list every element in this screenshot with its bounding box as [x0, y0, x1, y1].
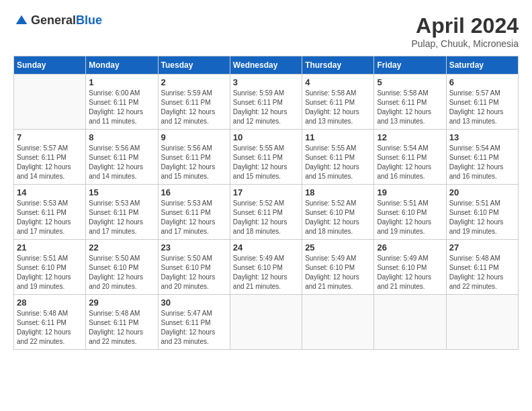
- calendar-cell: 20Sunrise: 5:51 AM Sunset: 6:10 PM Dayli…: [446, 185, 518, 240]
- day-info: Sunrise: 5:58 AM Sunset: 6:11 PM Dayligh…: [377, 89, 443, 126]
- day-info: Sunrise: 5:57 AM Sunset: 6:11 PM Dayligh…: [449, 89, 515, 126]
- day-number: 21: [17, 242, 83, 253]
- day-number: 8: [89, 132, 154, 142]
- calendar-cell: 12Sunrise: 5:54 AM Sunset: 6:11 PM Dayli…: [374, 130, 446, 185]
- day-info: Sunrise: 5:55 AM Sunset: 6:11 PM Dayligh…: [305, 144, 371, 181]
- weekday-header-tuesday: Tuesday: [158, 56, 230, 75]
- day-info: Sunrise: 5:51 AM Sunset: 6:10 PM Dayligh…: [449, 199, 515, 236]
- day-info: Sunrise: 5:53 AM Sunset: 6:11 PM Dayligh…: [89, 199, 154, 236]
- calendar-cell: 13Sunrise: 5:54 AM Sunset: 6:11 PM Dayli…: [446, 130, 518, 185]
- day-info: Sunrise: 5:51 AM Sunset: 6:10 PM Dayligh…: [17, 254, 83, 291]
- day-info: Sunrise: 5:49 AM Sunset: 6:10 PM Dayligh…: [233, 254, 299, 291]
- calendar-cell: [14, 75, 86, 130]
- day-number: 24: [233, 242, 299, 253]
- calendar-cell: [302, 295, 374, 350]
- day-number: 2: [161, 77, 227, 87]
- calendar-cell: 21Sunrise: 5:51 AM Sunset: 6:10 PM Dayli…: [14, 240, 86, 295]
- day-info: Sunrise: 5:47 AM Sunset: 6:11 PM Dayligh…: [161, 309, 227, 347]
- calendar-cell: 11Sunrise: 5:55 AM Sunset: 6:11 PM Dayli…: [302, 130, 374, 185]
- logo-text: GeneralBlue: [31, 13, 102, 28]
- day-info: Sunrise: 5:52 AM Sunset: 6:11 PM Dayligh…: [233, 199, 299, 236]
- day-info: Sunrise: 5:55 AM Sunset: 6:11 PM Dayligh…: [233, 144, 299, 181]
- day-info: Sunrise: 5:59 AM Sunset: 6:11 PM Dayligh…: [161, 89, 227, 126]
- calendar-cell: 16Sunrise: 5:53 AM Sunset: 6:11 PM Dayli…: [158, 185, 230, 240]
- day-number: 10: [233, 132, 299, 142]
- weekday-header-row: SundayMondayTuesdayWednesdayThursdayFrid…: [14, 56, 519, 75]
- weekday-header-wednesday: Wednesday: [230, 56, 302, 75]
- day-info: Sunrise: 5:58 AM Sunset: 6:11 PM Dayligh…: [305, 89, 371, 126]
- day-info: Sunrise: 5:48 AM Sunset: 6:11 PM Dayligh…: [17, 309, 83, 347]
- calendar-cell: 10Sunrise: 5:55 AM Sunset: 6:11 PM Dayli…: [230, 130, 302, 185]
- day-info: Sunrise: 5:50 AM Sunset: 6:10 PM Dayligh…: [161, 254, 227, 291]
- day-number: 17: [233, 187, 299, 197]
- day-info: Sunrise: 5:56 AM Sunset: 6:11 PM Dayligh…: [89, 144, 154, 181]
- day-number: 11: [305, 132, 371, 142]
- day-number: 4: [305, 77, 371, 87]
- calendar-cell: 1Sunrise: 6:00 AM Sunset: 6:11 PM Daylig…: [86, 75, 158, 130]
- day-number: 30: [161, 298, 227, 308]
- calendar-cell: 28Sunrise: 5:48 AM Sunset: 6:11 PM Dayli…: [14, 295, 86, 350]
- day-number: 26: [377, 242, 443, 253]
- weekday-header-sunday: Sunday: [14, 56, 86, 75]
- day-number: 13: [449, 132, 515, 142]
- calendar-cell: 22Sunrise: 5:50 AM Sunset: 6:10 PM Dayli…: [86, 240, 158, 295]
- calendar-week-0: 1Sunrise: 6:00 AM Sunset: 6:11 PM Daylig…: [14, 75, 519, 130]
- weekday-header-thursday: Thursday: [302, 56, 374, 75]
- calendar-cell: [374, 295, 446, 350]
- day-info: Sunrise: 5:54 AM Sunset: 6:11 PM Dayligh…: [377, 144, 443, 181]
- calendar-cell: 24Sunrise: 5:49 AM Sunset: 6:10 PM Dayli…: [230, 240, 302, 295]
- calendar-cell: 9Sunrise: 5:56 AM Sunset: 6:11 PM Daylig…: [158, 130, 230, 185]
- calendar-cell: 6Sunrise: 5:57 AM Sunset: 6:11 PM Daylig…: [446, 75, 518, 130]
- calendar-cell: 29Sunrise: 5:48 AM Sunset: 6:11 PM Dayli…: [86, 295, 158, 350]
- calendar-cell: 14Sunrise: 5:53 AM Sunset: 6:11 PM Dayli…: [14, 185, 86, 240]
- weekday-header-saturday: Saturday: [446, 56, 518, 75]
- calendar-cell: 17Sunrise: 5:52 AM Sunset: 6:11 PM Dayli…: [230, 185, 302, 240]
- calendar-cell: 4Sunrise: 5:58 AM Sunset: 6:11 PM Daylig…: [302, 75, 374, 130]
- calendar-week-1: 7Sunrise: 5:57 AM Sunset: 6:11 PM Daylig…: [14, 130, 519, 185]
- day-number: 16: [161, 187, 227, 197]
- day-number: 6: [449, 77, 515, 87]
- header: GeneralBlue April 2024 Pulap, Chuuk, Mic…: [13, 13, 519, 49]
- logo: GeneralBlue: [13, 13, 102, 28]
- day-info: Sunrise: 5:59 AM Sunset: 6:11 PM Dayligh…: [233, 89, 299, 126]
- day-info: Sunrise: 5:54 AM Sunset: 6:11 PM Dayligh…: [449, 144, 515, 181]
- day-number: 5: [377, 77, 443, 87]
- day-number: 23: [161, 242, 227, 253]
- logo-icon: [15, 14, 28, 28]
- calendar-cell: 7Sunrise: 5:57 AM Sunset: 6:11 PM Daylig…: [14, 130, 86, 185]
- calendar-cell: [446, 295, 518, 350]
- day-number: 7: [17, 132, 83, 142]
- day-info: Sunrise: 5:53 AM Sunset: 6:11 PM Dayligh…: [17, 199, 83, 236]
- day-number: 14: [17, 187, 83, 197]
- calendar-cell: 26Sunrise: 5:49 AM Sunset: 6:10 PM Dayli…: [374, 240, 446, 295]
- calendar-cell: 5Sunrise: 5:58 AM Sunset: 6:11 PM Daylig…: [374, 75, 446, 130]
- calendar-cell: 23Sunrise: 5:50 AM Sunset: 6:10 PM Dayli…: [158, 240, 230, 295]
- title-area: April 2024 Pulap, Chuuk, Micronesia: [411, 13, 519, 49]
- calendar-cell: 15Sunrise: 5:53 AM Sunset: 6:11 PM Dayli…: [86, 185, 158, 240]
- day-info: Sunrise: 5:57 AM Sunset: 6:11 PM Dayligh…: [17, 144, 83, 181]
- weekday-header-friday: Friday: [374, 56, 446, 75]
- calendar-cell: 19Sunrise: 5:51 AM Sunset: 6:10 PM Dayli…: [374, 185, 446, 240]
- calendar-cell: [230, 295, 302, 350]
- month-year: April 2024: [411, 13, 519, 38]
- calendar-week-3: 21Sunrise: 5:51 AM Sunset: 6:10 PM Dayli…: [14, 240, 519, 295]
- calendar-week-2: 14Sunrise: 5:53 AM Sunset: 6:11 PM Dayli…: [14, 185, 519, 240]
- day-info: Sunrise: 5:53 AM Sunset: 6:11 PM Dayligh…: [161, 199, 227, 236]
- day-info: Sunrise: 5:49 AM Sunset: 6:10 PM Dayligh…: [305, 254, 371, 291]
- day-info: Sunrise: 5:56 AM Sunset: 6:11 PM Dayligh…: [161, 144, 227, 181]
- calendar-cell: 18Sunrise: 5:52 AM Sunset: 6:10 PM Dayli…: [302, 185, 374, 240]
- day-info: Sunrise: 5:48 AM Sunset: 6:11 PM Dayligh…: [89, 309, 154, 347]
- calendar-week-4: 28Sunrise: 5:48 AM Sunset: 6:11 PM Dayli…: [14, 295, 519, 350]
- day-number: 28: [17, 298, 83, 308]
- day-number: 25: [305, 242, 371, 253]
- day-number: 12: [377, 132, 443, 142]
- day-number: 1: [89, 77, 154, 87]
- day-number: 20: [449, 187, 515, 197]
- calendar-cell: 30Sunrise: 5:47 AM Sunset: 6:11 PM Dayli…: [158, 295, 230, 350]
- day-info: Sunrise: 5:50 AM Sunset: 6:10 PM Dayligh…: [89, 254, 154, 291]
- day-number: 9: [161, 132, 227, 142]
- day-number: 29: [89, 298, 154, 308]
- day-number: 15: [89, 187, 154, 197]
- day-info: Sunrise: 5:49 AM Sunset: 6:10 PM Dayligh…: [377, 254, 443, 291]
- calendar-cell: 2Sunrise: 5:59 AM Sunset: 6:11 PM Daylig…: [158, 75, 230, 130]
